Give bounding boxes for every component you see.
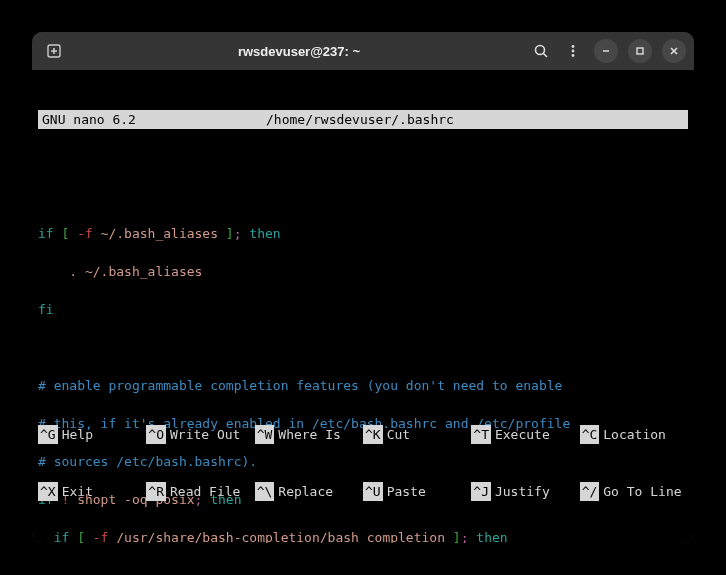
maximize-button[interactable] bbox=[628, 39, 652, 63]
nano-filepath: /home/rwsdevuser/.bashrc bbox=[36, 110, 684, 129]
titlebar: rwsdevuser@237: ~ bbox=[32, 32, 694, 70]
svg-point-7 bbox=[572, 54, 575, 57]
shortcut-gotoline[interactable]: ^/Go To Line bbox=[580, 482, 688, 501]
shortcut-writeout[interactable]: ^OWrite Out bbox=[146, 425, 254, 444]
shortcut-execute[interactable]: ^TExecute bbox=[471, 425, 579, 444]
shortcut-exit[interactable]: ^XExit bbox=[38, 482, 146, 501]
shortcut-replace[interactable]: ^\Replace bbox=[255, 482, 363, 501]
minimize-button[interactable] bbox=[594, 39, 618, 63]
shortcut-whereis[interactable]: ^WWhere Is bbox=[255, 425, 363, 444]
search-icon[interactable] bbox=[530, 40, 552, 62]
window-title: rwsdevuser@237: ~ bbox=[68, 44, 530, 59]
shortcut-justify[interactable]: ^JJustify bbox=[471, 482, 579, 501]
svg-point-3 bbox=[536, 46, 545, 55]
shortcut-help[interactable]: ^GHelp bbox=[38, 425, 146, 444]
svg-point-6 bbox=[572, 50, 575, 53]
svg-point-5 bbox=[572, 45, 575, 48]
menu-icon[interactable] bbox=[562, 40, 584, 62]
new-tab-icon[interactable] bbox=[43, 40, 65, 62]
nano-shortcut-bar: ^GHelp ^OWrite Out ^WWhere Is ^KCut ^TEx… bbox=[38, 387, 688, 539]
svg-line-4 bbox=[544, 54, 548, 58]
terminal-area[interactable]: GNU nano 6.2 /home/rwsdevuser/.bashrc if… bbox=[32, 70, 694, 543]
shortcut-paste[interactable]: ^UPaste bbox=[363, 482, 471, 501]
nano-header: GNU nano 6.2 /home/rwsdevuser/.bashrc bbox=[38, 110, 688, 129]
close-button[interactable] bbox=[662, 39, 686, 63]
shortcut-row-1: ^GHelp ^OWrite Out ^WWhere Is ^KCut ^TEx… bbox=[38, 425, 688, 444]
shortcut-cut[interactable]: ^KCut bbox=[363, 425, 471, 444]
shortcut-readfile[interactable]: ^RRead File bbox=[146, 482, 254, 501]
shortcut-location[interactable]: ^CLocation bbox=[580, 425, 688, 444]
kw-if: if bbox=[38, 226, 54, 241]
terminal-window: rwsdevuser@237: ~ GNU nano 6.2 /home/rws… bbox=[32, 32, 694, 543]
shortcut-row-2: ^XExit ^RRead File ^\Replace ^UPaste ^JJ… bbox=[38, 482, 688, 501]
svg-rect-9 bbox=[637, 48, 643, 54]
